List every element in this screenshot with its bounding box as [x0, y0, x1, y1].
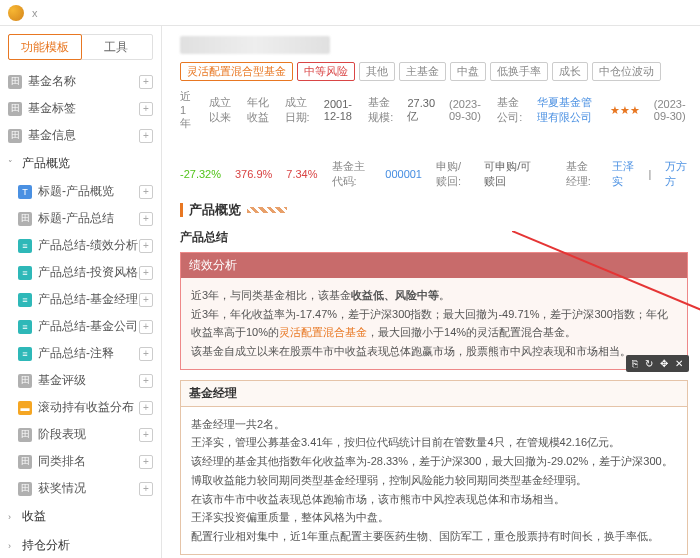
sidebar-subitem[interactable]: 田 阶段表现 +: [0, 421, 161, 448]
info-row-2: -27.32% 376.9% 7.34% 基金主代码: 000001 申购/赎回…: [180, 159, 688, 189]
sidebar-subitem[interactable]: T 标题-产品概览 +: [0, 178, 161, 205]
block-icon: ≡: [18, 347, 32, 361]
sidebar-subitem[interactable]: ≡ 产品总结-注释 +: [0, 340, 161, 367]
add-icon[interactable]: +: [139, 129, 153, 143]
add-icon[interactable]: +: [139, 239, 153, 253]
block-icon: 田: [18, 212, 32, 226]
add-icon[interactable]: +: [139, 374, 153, 388]
add-icon[interactable]: +: [139, 75, 153, 89]
sidebar-group[interactable]: ˅ 产品概览: [0, 149, 161, 178]
sidebar-subitem[interactable]: ≡ 产品总结-基金经理 +: [0, 286, 161, 313]
fund-tag[interactable]: 主基金: [399, 62, 446, 81]
sidebar-group[interactable]: › 收益: [0, 502, 161, 531]
sidebar-item[interactable]: 田 基金名称 +: [0, 68, 161, 95]
tab-templates[interactable]: 功能模板: [8, 34, 82, 60]
manager-link-2[interactable]: 万方方: [665, 159, 688, 189]
sidebar-subitem[interactable]: ▬ 滚动持有收益分布 +: [0, 394, 161, 421]
analysis-body: 近3年，与同类基金相比，该基金收益低、风险中等。 近3年，年化收益率为-17.4…: [181, 278, 687, 369]
block-icon: 田: [8, 102, 22, 116]
add-icon[interactable]: +: [139, 212, 153, 226]
card-toolbar: ⎘ ↻ ✥ ✕: [626, 355, 689, 372]
fund-title-redacted: [180, 36, 330, 54]
chevron-icon: ›: [8, 512, 18, 522]
info-row-1: 近1年 成立以来 年化收益 成立日期: 2001-12-18 基金规模: 27.…: [180, 89, 688, 131]
manager-card-title: 基金经理: [181, 381, 687, 407]
sidebar: 功能模板 工具 田 基金名称 + 田 基金标签 + 田 基金信息 + ˅ 产品概…: [0, 26, 162, 558]
fund-tag[interactable]: 低换手率: [490, 62, 548, 81]
block-icon: ≡: [18, 320, 32, 334]
sidebar-tabs: 功能模板 工具: [8, 34, 153, 60]
block-icon: T: [18, 185, 32, 199]
fund-tag[interactable]: 中等风险: [297, 62, 355, 81]
add-icon[interactable]: +: [139, 455, 153, 469]
sidebar-subitem[interactable]: 田 获奖情况 +: [0, 475, 161, 502]
block-icon: 田: [8, 129, 22, 143]
analysis-card-title: 绩效分析: [189, 257, 237, 274]
sidebar-item[interactable]: 田 基金标签 +: [0, 95, 161, 122]
chevron-icon: ›: [8, 541, 18, 551]
close-icon[interactable]: ✕: [675, 358, 683, 369]
block-icon: 田: [18, 428, 32, 442]
block-icon: ≡: [18, 239, 32, 253]
add-icon[interactable]: +: [139, 347, 153, 361]
sidebar-item[interactable]: 田 基金信息 +: [0, 122, 161, 149]
block-icon: ≡: [18, 266, 32, 280]
add-icon[interactable]: +: [139, 428, 153, 442]
add-icon[interactable]: +: [139, 266, 153, 280]
fund-company-link[interactable]: 华夏基金管理有限公司: [537, 95, 596, 125]
fund-tag[interactable]: 成长: [552, 62, 588, 81]
block-icon: ≡: [18, 293, 32, 307]
section-product-summary: 产品总结: [180, 229, 688, 246]
add-icon[interactable]: +: [139, 185, 153, 199]
sidebar-subitem[interactable]: 田 同类排名 +: [0, 448, 161, 475]
fund-tag[interactable]: 其他: [359, 62, 395, 81]
manager-body: 基金经理一共2名。 王泽实，管理公募基金3.41年，按归位代码统计目前在管数量4…: [181, 407, 687, 554]
block-icon: 田: [18, 455, 32, 469]
fund-code-link[interactable]: 000001: [385, 168, 422, 180]
fund-tag[interactable]: 中盘: [450, 62, 486, 81]
expand-icon[interactable]: ✥: [660, 358, 668, 369]
sidebar-subitem[interactable]: ≡ 产品总结-绩效分析 +: [0, 232, 161, 259]
return-inception: 376.9%: [235, 168, 272, 180]
fund-tag[interactable]: 中仓位波动: [592, 62, 661, 81]
analysis-card: 绩效分析 近3年，与同类基金相比，该基金收益低、风险中等。 近3年，年化收益率为…: [180, 252, 688, 370]
app-logo-icon: [8, 5, 24, 21]
sidebar-group[interactable]: › 持仓分析: [0, 531, 161, 558]
add-icon[interactable]: +: [139, 320, 153, 334]
block-icon: 田: [18, 374, 32, 388]
block-icon: ▬: [18, 401, 32, 415]
block-icon: 田: [8, 75, 22, 89]
add-icon[interactable]: +: [139, 293, 153, 307]
add-icon[interactable]: +: [139, 401, 153, 415]
sidebar-subitem[interactable]: ≡ 产品总结-投资风格 +: [0, 259, 161, 286]
return-annual: 7.34%: [286, 168, 317, 180]
sidebar-subitem[interactable]: 田 基金评级 +: [0, 367, 161, 394]
block-icon: 田: [18, 482, 32, 496]
rating-stars-icon: ★★★: [610, 104, 640, 117]
sidebar-subitem[interactable]: 田 标题-产品总结 +: [0, 205, 161, 232]
tab-tools[interactable]: 工具: [81, 35, 153, 59]
fund-tags: 灵活配置混合型基金中等风险其他主基金中盘低换手率成长中仓位波动: [180, 62, 688, 81]
main-content: 灵活配置混合型基金中等风险其他主基金中盘低换手率成长中仓位波动 近1年 成立以来…: [162, 26, 700, 558]
section-product-overview: 产品概览: [180, 201, 688, 219]
return-1y: -27.32%: [180, 168, 221, 180]
add-icon[interactable]: +: [139, 102, 153, 116]
sidebar-subitem[interactable]: ≡ 产品总结-基金公司 +: [0, 313, 161, 340]
copy-icon[interactable]: ⎘: [632, 358, 638, 369]
tab-close-icon[interactable]: x: [32, 7, 38, 19]
refresh-icon[interactable]: ↻: [645, 358, 653, 369]
manager-card: 基金经理 基金经理一共2名。 王泽实，管理公募基金3.41年，按归位代码统计目前…: [180, 380, 688, 555]
manager-link-1[interactable]: 王泽实: [612, 159, 635, 189]
add-icon[interactable]: +: [139, 482, 153, 496]
fund-tag[interactable]: 灵活配置混合型基金: [180, 62, 293, 81]
chevron-icon: ˅: [8, 159, 18, 169]
